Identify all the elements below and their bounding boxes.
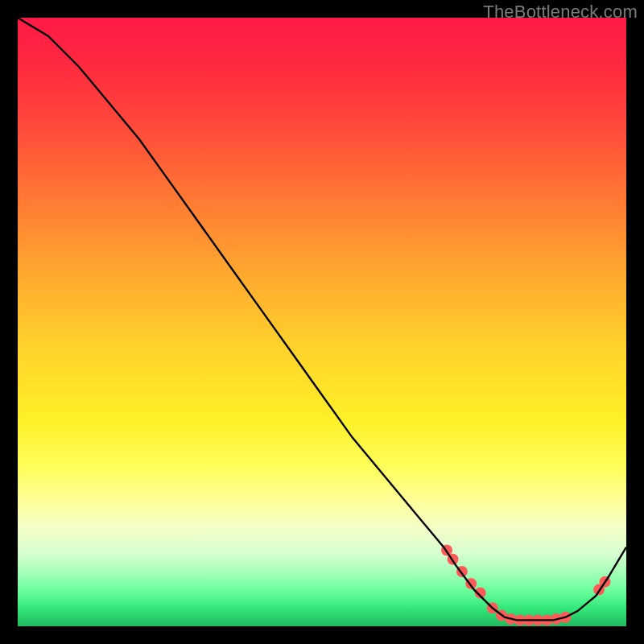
watermark-text: TheBottleneck.com [483,2,638,23]
chart-frame: TheBottleneck.com [0,0,644,644]
plot-area [18,18,626,626]
marker-layer [441,545,611,626]
chart-svg [18,18,626,626]
curve-line [18,18,626,620]
